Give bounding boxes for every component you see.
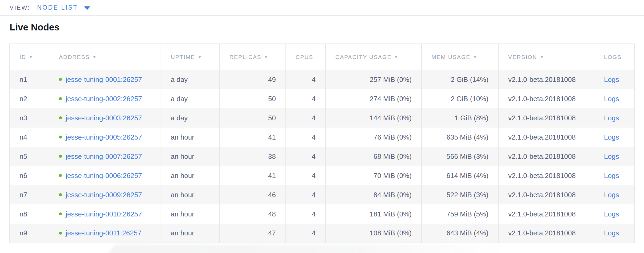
node-address-link[interactable]: jesse-tuning-0011:26257 (66, 229, 141, 237)
node-address-link[interactable]: jesse-tuning-0002:26257 (66, 95, 142, 103)
column-header-logs: LOGS (594, 44, 634, 70)
page-title: Live Nodes (0, 16, 644, 33)
uptime-cell: an hour (161, 224, 220, 243)
address-cell: jesse-tuning-0010:26257 (49, 204, 161, 224)
address-cell: jesse-tuning-0006:26257 (49, 166, 161, 185)
version-cell: v2.1.0-beta.20181008 (498, 166, 594, 185)
address-cell: jesse-tuning-0001:26257 (49, 70, 161, 89)
mem-cell: 2 GiB (10%) (422, 89, 498, 108)
node-address-link[interactable]: jesse-tuning-0010:26257 (66, 210, 142, 218)
node-address-link[interactable]: jesse-tuning-0005:26257 (66, 133, 142, 141)
table-bottom-shadow (102, 244, 544, 253)
logs-cell: Logs (594, 70, 634, 89)
column-header-capacity[interactable]: CAPACITY USAGE▼ (325, 44, 422, 70)
cpus-cell: 4 (286, 70, 325, 89)
node-status-icon (59, 232, 62, 235)
replicas-cell: 48 (220, 204, 286, 224)
capacity-cell: 70 MiB (0%) (325, 166, 422, 185)
replicas-cell: 50 (220, 89, 286, 108)
sort-arrow-icon: ▼ (473, 55, 478, 59)
id-cell: n1 (10, 70, 49, 89)
node-address-link[interactable]: jesse-tuning-0006:26257 (66, 172, 142, 180)
node-status-icon (59, 174, 62, 177)
column-header-label: ADDRESS (59, 54, 90, 60)
column-header-cpus: CPUS (286, 44, 325, 70)
node-logs-link[interactable]: Logs (604, 172, 619, 180)
node-status-icon (59, 97, 62, 100)
id-cell: n6 (10, 166, 49, 185)
uptime-cell: an hour (161, 128, 220, 147)
id-cell: n3 (10, 108, 49, 128)
node-address-link[interactable]: jesse-tuning-0001:26257 (66, 76, 142, 84)
address-cell: jesse-tuning-0011:26257 (49, 224, 161, 243)
node-status-icon (59, 212, 62, 215)
column-header-label: MEM USAGE (431, 54, 470, 60)
mem-cell: 614 MiB (4%) (422, 166, 498, 185)
node-address-link[interactable]: jesse-tuning-0003:26257 (66, 114, 142, 122)
mem-cell: 643 MiB (4%) (422, 224, 498, 243)
column-header-version[interactable]: VERSION▼ (498, 44, 594, 70)
sort-arrow-icon: ▼ (29, 55, 33, 59)
node-logs-link[interactable]: Logs (604, 76, 619, 84)
mem-cell: 522 MiB (3%) (422, 185, 498, 204)
node-address-link[interactable]: jesse-tuning-0009:26257 (66, 191, 142, 199)
view-label: VIEW: (10, 4, 30, 11)
cpus-cell: 4 (286, 204, 325, 224)
column-header-id[interactable]: ID▼ (10, 44, 49, 70)
node-status-icon (59, 155, 62, 158)
table-header-row: ID▼ADDRESS▼UPTIME▼REPLICAS▼CPUSCAPACITY … (10, 44, 634, 70)
table-row: n1jesse-tuning-0001:26257a day494257 MiB… (10, 70, 634, 89)
node-logs-link[interactable]: Logs (604, 191, 619, 199)
logs-cell: Logs (594, 166, 634, 185)
column-header-replicas[interactable]: REPLICAS▼ (220, 44, 286, 70)
node-logs-link[interactable]: Logs (604, 133, 619, 141)
node-logs-link[interactable]: Logs (604, 152, 619, 160)
column-header-label: UPTIME (171, 54, 195, 60)
table-row: n4jesse-tuning-0005:26257an hour41476 Mi… (10, 128, 634, 147)
node-logs-link[interactable]: Logs (604, 229, 619, 237)
column-header-label: ID (19, 54, 26, 60)
address-cell: jesse-tuning-0005:26257 (49, 128, 161, 147)
sort-arrow-icon: ▼ (264, 55, 269, 59)
version-cell: v2.1.0-beta.20181008 (498, 70, 594, 89)
column-header-label: REPLICAS (229, 54, 261, 60)
uptime-cell: a day (161, 89, 220, 108)
node-address-link[interactable]: jesse-tuning-0007:26257 (66, 152, 142, 160)
column-header-uptime[interactable]: UPTIME▼ (161, 44, 220, 70)
column-header-mem[interactable]: MEM USAGE▼ (422, 44, 498, 70)
logs-cell: Logs (594, 204, 634, 224)
node-logs-link[interactable]: Logs (604, 210, 619, 218)
cpus-cell: 4 (286, 166, 325, 185)
address-cell: jesse-tuning-0007:26257 (49, 147, 161, 166)
uptime-cell: an hour (161, 185, 220, 204)
capacity-cell: 257 MiB (0%) (325, 70, 422, 89)
address-cell: jesse-tuning-0002:26257 (49, 89, 161, 108)
view-dropdown[interactable]: NODE LIST (37, 4, 90, 11)
cpus-cell: 4 (286, 89, 325, 108)
capacity-cell: 274 MiB (0%) (325, 89, 422, 108)
node-status-icon (59, 193, 62, 196)
version-cell: v2.1.0-beta.20181008 (498, 185, 594, 204)
capacity-cell: 76 MiB (0%) (325, 128, 422, 147)
replicas-cell: 41 (220, 128, 286, 147)
view-dropdown-value[interactable]: NODE LIST (37, 4, 78, 11)
uptime-cell: an hour (161, 204, 220, 224)
version-cell: v2.1.0-beta.20181008 (498, 108, 594, 128)
node-logs-link[interactable]: Logs (604, 114, 619, 122)
id-cell: n4 (10, 128, 49, 147)
column-header-address[interactable]: ADDRESS▼ (49, 44, 161, 70)
version-cell: v2.1.0-beta.20181008 (498, 224, 594, 243)
node-status-icon (59, 78, 62, 81)
table-row: n5jesse-tuning-0007:26257an hour38468 Mi… (10, 147, 634, 166)
id-cell: n9 (10, 224, 49, 243)
table-row: n8jesse-tuning-0010:26257an hour484181 M… (10, 204, 634, 224)
table-row: n3jesse-tuning-0003:26257a day504144 MiB… (10, 108, 634, 128)
node-logs-link[interactable]: Logs (604, 95, 619, 103)
uptime-cell: an hour (161, 147, 220, 166)
cpus-cell: 4 (286, 185, 325, 204)
capacity-cell: 181 MiB (0%) (325, 204, 422, 224)
version-cell: v2.1.0-beta.20181008 (498, 89, 594, 108)
mem-cell: 566 MiB (3%) (422, 147, 498, 166)
replicas-cell: 49 (220, 70, 286, 89)
table-body: n1jesse-tuning-0001:26257a day494257 MiB… (10, 70, 634, 243)
